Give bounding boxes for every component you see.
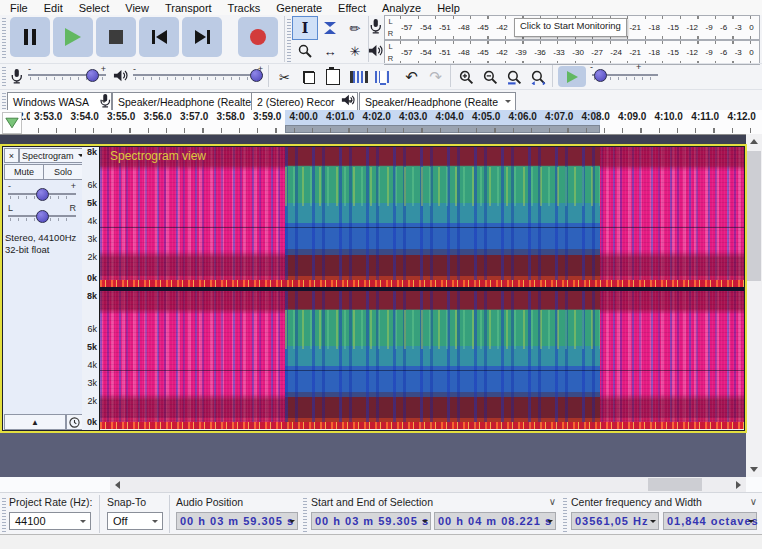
menu-item[interactable]: Generate <box>268 2 330 14</box>
toolbar-divider <box>0 89 762 90</box>
track-pan-knob[interactable] <box>36 210 49 223</box>
scroll-up-button[interactable] <box>746 134 761 149</box>
record-button[interactable] <box>238 17 278 57</box>
zoom-out-button[interactable] <box>479 66 502 88</box>
selection-tool-button[interactable]: I <box>292 16 318 40</box>
zoom-tool-button[interactable] <box>292 39 318 63</box>
play-at-speed-button[interactable] <box>558 66 586 87</box>
time-shift-tool-button[interactable]: ↔ <box>317 39 343 63</box>
transport-toolbar-grip[interactable] <box>2 18 6 58</box>
playback-volume-knob[interactable] <box>250 69 263 82</box>
menu-item[interactable]: Select <box>71 2 118 14</box>
device-toolbar-grip[interactable] <box>2 92 6 109</box>
recording-volume-knob[interactable] <box>86 69 99 82</box>
fit-selection-button[interactable] <box>503 66 526 88</box>
track-pan-slider[interactable]: L R <box>8 204 76 224</box>
selection-section-grip[interactable] <box>303 496 307 532</box>
spectrogram-channel-right[interactable] <box>100 291 745 429</box>
center-frequency-field[interactable]: 03561,05 Hz <box>571 512 659 530</box>
scroll-down-button[interactable] <box>746 462 761 477</box>
zoom-in-button[interactable] <box>455 66 478 88</box>
menu-item[interactable]: Tracks <box>220 2 269 14</box>
play-button[interactable] <box>53 17 93 57</box>
tools-toolbar-grip[interactable] <box>287 17 291 62</box>
recording-volume-slider[interactable]: - + <box>28 66 106 84</box>
selection-start-field[interactable]: 00 h 03 m 59.305 s <box>311 512 431 530</box>
selection-range-header[interactable]: Start and End of Selection ∨ <box>311 496 556 508</box>
skip-to-end-button[interactable] <box>182 17 222 57</box>
draw-tool-button[interactable]: ✏ <box>342 16 368 40</box>
vertical-scrollbar-thumb[interactable] <box>747 151 761 281</box>
stop-button[interactable] <box>96 17 136 57</box>
solo-button[interactable]: Solo <box>43 164 83 180</box>
paste-button[interactable] <box>321 66 344 88</box>
track-gain-knob[interactable] <box>36 188 49 201</box>
track-close-button[interactable]: × <box>4 148 19 163</box>
project-rate-select[interactable]: 44100 <box>9 512 91 530</box>
snap-to-select[interactable]: Off <box>107 512 163 530</box>
fit-project-icon <box>531 70 546 85</box>
spectral-selection-header[interactable]: Center frequency and Width ∨ <box>571 496 757 508</box>
selection-range-label: Start and End of Selection <box>311 496 433 508</box>
selection-toolbar-grip[interactable] <box>2 496 6 532</box>
slider-minus-label: - <box>590 62 593 72</box>
silence-audio-button[interactable] <box>371 66 394 88</box>
menu-item[interactable]: Transport <box>157 2 220 14</box>
menu-item[interactable]: File <box>2 2 36 14</box>
monitoring-tooltip[interactable]: Click to Start Monitoring <box>514 18 627 37</box>
clock-icon <box>69 417 80 428</box>
play-speed-knob[interactable] <box>594 69 607 82</box>
playback-meter[interactable]: LR -57-54-51-48-45-42-39-36-33-30-27-24-… <box>384 40 760 65</box>
cut-button[interactable]: ✂ <box>273 66 296 88</box>
audio-host-select[interactable]: Windows WASA <box>7 92 112 112</box>
track-gain-slider[interactable]: - + <box>8 182 76 202</box>
spectrogram-channel-left[interactable]: Spectrogram view <box>100 147 745 287</box>
toolbar-separator <box>284 16 285 62</box>
frequency-ruler-left[interactable]: 8k6k5k4k3k2k0k <box>82 147 99 287</box>
fit-project-button[interactable] <box>527 66 550 88</box>
horizontal-scrollbar-thumb[interactable] <box>648 478 702 491</box>
spectrogram-flecks <box>285 167 600 206</box>
envelope-tool-button[interactable] <box>317 16 343 40</box>
redo-button[interactable]: ↷ <box>424 66 447 88</box>
menu-item[interactable]: Effect <box>330 2 374 14</box>
playback-device-select[interactable]: Speaker/Headphone (Realte <box>359 92 516 112</box>
track-name-menu[interactable]: Spectrogram <box>19 148 87 163</box>
recording-device-select[interactable]: Speaker/Headphone (Realte <box>112 92 269 112</box>
menu-item[interactable]: View <box>117 2 157 14</box>
toolbar-divider <box>0 63 762 64</box>
undo-button[interactable]: ↶ <box>400 66 423 88</box>
menu-item[interactable]: Edit <box>36 2 71 14</box>
scroll-left-button[interactable] <box>110 477 125 492</box>
pause-button[interactable] <box>10 17 50 57</box>
menu-item[interactable]: Analyze <box>374 2 429 14</box>
record-meter-mic-icon[interactable] <box>368 18 384 34</box>
trim-audio-button[interactable] <box>347 66 370 88</box>
meter-channel-labels: LR <box>385 41 396 64</box>
skip-to-start-button[interactable] <box>139 17 179 57</box>
timeline-ruler[interactable]: 2.03:53.03:54.03:55.03:56.03:57.03:58.03… <box>0 110 762 135</box>
playback-meter-speaker-icon[interactable] <box>368 43 384 59</box>
play-speed-slider[interactable]: - + <box>592 66 658 84</box>
audio-position-field[interactable]: 00 h 03 m 59.305 s <box>176 512 298 530</box>
mute-button[interactable]: Mute <box>4 164 44 180</box>
spectral-section-grip[interactable] <box>563 496 567 532</box>
horizontal-scrollbar[interactable] <box>110 477 746 492</box>
vertical-scrollbar[interactable] <box>746 134 762 477</box>
track-area-top-gap <box>0 135 746 144</box>
mixer-toolbar-grip[interactable] <box>2 66 6 86</box>
bandwidth-field[interactable]: 01,844 octaves <box>663 512 757 530</box>
playback-volume-slider[interactable]: - + <box>133 66 263 84</box>
scroll-right-button[interactable] <box>731 477 746 492</box>
selection-end-field[interactable]: 00 h 04 m 08.221 s <box>434 512 556 530</box>
menu-item[interactable]: Help <box>429 2 468 14</box>
meter-scale-numbers: -57-54-51-48-45-42-39-36-33-30-27-24-21-… <box>401 48 754 57</box>
pinned-play-head-button[interactable] <box>2 112 22 134</box>
recording-meter[interactable]: LR -57-54-51-48-45-42-39-36-33-30-27-24-… <box>384 15 760 40</box>
copy-button[interactable] <box>297 66 320 88</box>
frequency-ruler-right[interactable]: 8k6k5k4k3k2k0k <box>82 291 99 429</box>
magnifier-icon <box>298 44 312 58</box>
track-sync-lock-button[interactable] <box>66 414 83 430</box>
multi-tool-button[interactable]: ✳ <box>342 39 368 63</box>
track-collapse-button[interactable]: ▲ <box>4 414 66 430</box>
